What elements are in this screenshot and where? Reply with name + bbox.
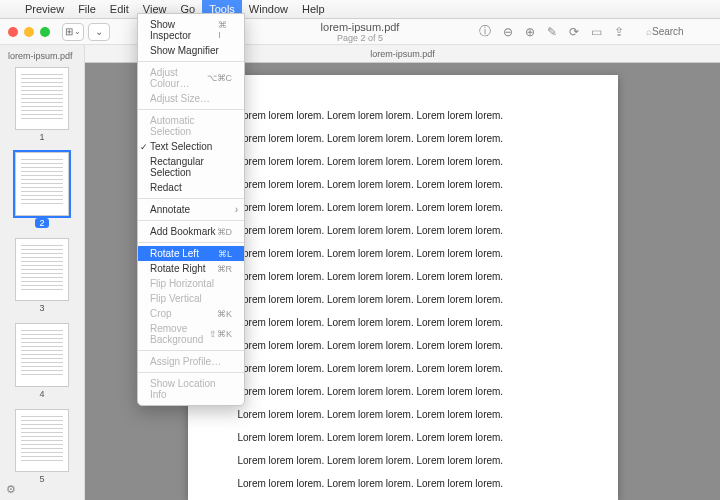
menu-item-label: Rotate Left — [150, 248, 199, 259]
menu-edit[interactable]: Edit — [103, 0, 136, 18]
menu-window[interactable]: Window — [242, 0, 295, 18]
tab-label: lorem-ipsum.pdf — [370, 49, 435, 59]
menu-item-crop: Crop⌘K — [138, 306, 244, 321]
menu-help[interactable]: Help — [295, 0, 332, 18]
chevron-down-icon: ⌄ — [74, 27, 81, 36]
menu-item-label: Assign Profile… — [150, 356, 221, 367]
page-indicator: Page 2 of 5 — [321, 33, 400, 43]
menu-separator — [138, 220, 244, 221]
page-thumbnail[interactable] — [15, 152, 69, 215]
menu-item-flip-horizontal: Flip Horizontal — [138, 276, 244, 291]
search-field[interactable]: ⌕ — [646, 26, 712, 37]
menu-item-label: Annotate — [150, 204, 190, 215]
page-thumbnail[interactable] — [15, 409, 69, 472]
thumbnail-sidebar: lorem-ipsum.pdf 12345⚙︎ — [0, 45, 85, 500]
page-thumbnail[interactable] — [15, 238, 69, 301]
document-title: lorem-ipsum.pdf — [321, 21, 400, 33]
page-thumbnail[interactable] — [15, 67, 69, 130]
menu-shortcut: ⌘K — [217, 309, 232, 319]
traffic-lights — [8, 27, 50, 37]
sidebar-gear-icon[interactable]: ⚙︎ — [6, 483, 16, 496]
menu-item-rotate-right[interactable]: Rotate Right⌘R — [138, 261, 244, 276]
info-icon[interactable]: ⓘ — [479, 23, 491, 40]
menu-item-label: Show Inspector — [150, 19, 218, 41]
menu-item-annotate[interactable]: Annotate — [138, 202, 244, 217]
menu-separator — [138, 109, 244, 110]
menu-separator — [138, 61, 244, 62]
menu-item-remove-background: Remove Background⇧⌘K — [138, 321, 244, 347]
document-text-line: Lorem lorem lorem. Lorem lorem lorem. Lo… — [238, 455, 568, 466]
thumbnail-page-number: 5 — [39, 474, 44, 484]
markup-icon[interactable]: ✎ — [547, 25, 557, 39]
menu-file[interactable]: File — [71, 0, 103, 18]
menu-item-label: Remove Background — [150, 323, 209, 345]
window-body: lorem-ipsum.pdf 12345⚙︎ lorem-ipsum.pdf … — [0, 45, 720, 500]
menu-item-add-bookmark[interactable]: Add Bookmark⌘D — [138, 224, 244, 239]
menu-item-rotate-left[interactable]: Rotate Left⌘L — [138, 246, 244, 261]
menu-item-rectangular-selection[interactable]: Rectangular Selection — [138, 154, 244, 180]
menu-separator — [138, 350, 244, 351]
rotate-icon[interactable]: ⟳ — [569, 25, 579, 39]
zoom-out-icon[interactable]: ⊖ — [503, 25, 513, 39]
document-text-line: Lorem lorem lorem. Lorem lorem lorem. Lo… — [238, 202, 568, 213]
menu-item-adjust-colour: Adjust Colour…⌥⌘C — [138, 65, 244, 91]
sidebar-doc-label: lorem-ipsum.pdf — [0, 51, 73, 61]
menu-item-redact[interactable]: Redact — [138, 180, 244, 195]
thumbnail-page-number: 1 — [39, 132, 44, 142]
window-titlebar: ⊞⌄ ⌄ lorem-ipsum.pdf Page 2 of 5 ⓘ ⊖ ⊕ ✎… — [0, 19, 720, 45]
menu-item-automatic-selection: Automatic Selection — [138, 113, 244, 139]
document-text-line: Lorem lorem lorem. Lorem lorem lorem. Lo… — [238, 317, 568, 328]
tools-menu-dropdown: Show Inspector⌘ IShow MagnifierAdjust Co… — [137, 13, 245, 406]
menu-item-label: Adjust Size… — [150, 93, 210, 104]
document-text-line: Lorem lorem lorem. Lorem lorem lorem. Lo… — [238, 179, 568, 190]
menu-item-show-inspector[interactable]: Show Inspector⌘ I — [138, 17, 244, 43]
document-text-line: Lorem lorem lorem. Lorem lorem lorem. Lo… — [238, 110, 568, 121]
search-input[interactable] — [652, 26, 712, 37]
menu-item-flip-vertical: Flip Vertical — [138, 291, 244, 306]
menu-item-label: Show Magnifier — [150, 45, 219, 56]
document-text-line: Lorem lorem lorem. Lorem lorem lorem. Lo… — [238, 386, 568, 397]
menu-item-show-magnifier[interactable]: Show Magnifier — [138, 43, 244, 58]
zoom-in-icon[interactable]: ⊕ — [525, 25, 535, 39]
menu-item-assign-profile: Assign Profile… — [138, 354, 244, 369]
document-text-line: Lorem lorem lorem. Lorem lorem lorem. Lo… — [238, 432, 568, 443]
menu-item-label: Crop — [150, 308, 172, 319]
menu-preview[interactable]: Preview — [18, 0, 71, 18]
title-area: lorem-ipsum.pdf Page 2 of 5 — [321, 21, 400, 43]
menu-item-text-selection[interactable]: Text Selection — [138, 139, 244, 154]
document-text-line: Lorem lorem lorem. Lorem lorem lorem. Lo… — [238, 478, 568, 489]
close-button[interactable] — [8, 27, 18, 37]
menu-shortcut: ⌘ I — [218, 20, 232, 40]
menu-item-show-location-info: Show Location Info — [138, 376, 244, 402]
zoom-mode-button[interactable]: ⌄ — [88, 23, 110, 41]
menu-item-label: Rectangular Selection — [150, 156, 232, 178]
document-text-line: Lorem lorem lorem. Lorem lorem lorem. Lo… — [238, 409, 568, 420]
menu-item-adjust-size: Adjust Size… — [138, 91, 244, 106]
menu-item-label: Adjust Colour… — [150, 67, 207, 89]
toolbar-right: ⓘ ⊖ ⊕ ✎ ⟳ ▭ ⇪ ⌕ — [479, 23, 712, 40]
thumbnail-page-number: 4 — [39, 389, 44, 399]
menu-item-label: Redact — [150, 182, 182, 193]
document-text-line: Lorem lorem lorem. Lorem lorem lorem. Lo… — [238, 294, 568, 305]
zoom-button[interactable] — [40, 27, 50, 37]
form-icon[interactable]: ▭ — [591, 25, 602, 39]
menu-item-label: Show Location Info — [150, 378, 232, 400]
menu-item-label: Flip Vertical — [150, 293, 202, 304]
document-text-line: Lorem lorem lorem. Lorem lorem lorem. Lo… — [238, 225, 568, 236]
thumbnail-page-number: 2 — [35, 218, 48, 228]
preview-window: ⊞⌄ ⌄ lorem-ipsum.pdf Page 2 of 5 ⓘ ⊖ ⊕ ✎… — [0, 19, 720, 500]
sidebar-toggle-button[interactable]: ⊞⌄ — [62, 23, 84, 41]
menu-item-label: Automatic Selection — [150, 115, 232, 137]
thumbnail-page-number: 3 — [39, 303, 44, 313]
menu-item-label: Flip Horizontal — [150, 278, 214, 289]
page-thumbnail[interactable] — [15, 323, 69, 386]
pdf-page: Lorem lorem lorem. Lorem lorem lorem. Lo… — [188, 75, 618, 500]
document-text-line: Lorem lorem lorem. Lorem lorem lorem. Lo… — [238, 156, 568, 167]
document-text-line: Lorem lorem lorem. Lorem lorem lorem. Lo… — [238, 133, 568, 144]
share-icon[interactable]: ⇪ — [614, 25, 624, 39]
document-text-line: Lorem lorem lorem. Lorem lorem lorem. Lo… — [238, 363, 568, 374]
menu-item-label: Rotate Right — [150, 263, 206, 274]
menu-item-label: Add Bookmark — [150, 226, 216, 237]
minimize-button[interactable] — [24, 27, 34, 37]
document-text-line: Lorem lorem lorem. Lorem lorem lorem. Lo… — [238, 340, 568, 351]
